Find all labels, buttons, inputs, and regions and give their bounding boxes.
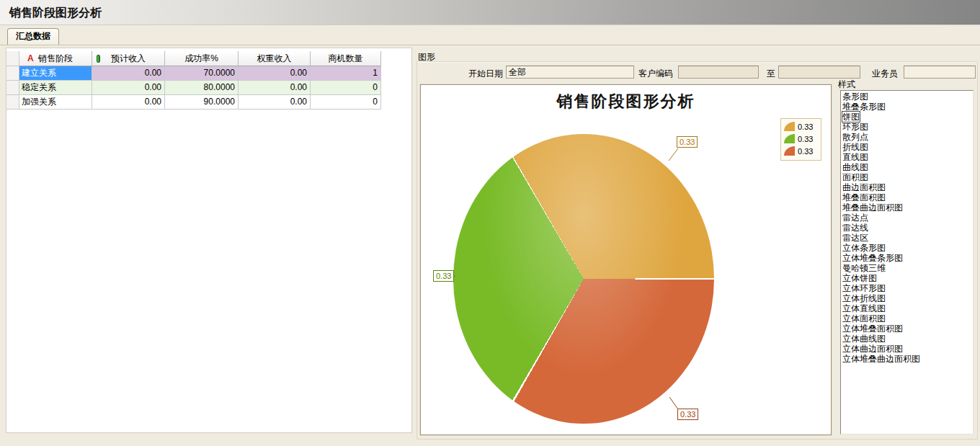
style-list-item[interactable]: 折线图 xyxy=(841,142,973,152)
start-date-input[interactable]: 全部 xyxy=(506,66,634,79)
style-list-item[interactable]: 立体堆叠面积图 xyxy=(841,324,973,334)
row-indicator[interactable] xyxy=(6,66,19,81)
pie xyxy=(453,134,714,424)
grid-cell-expected[interactable]: 0.00 xyxy=(92,81,165,95)
column-header-count[interactable]: 商机数量 xyxy=(311,51,381,66)
style-list-item[interactable]: 曲线图 xyxy=(841,162,973,172)
style-list-item[interactable]: 立体条形图 xyxy=(841,243,973,253)
style-list-item[interactable]: 饼图 xyxy=(841,112,973,122)
pie-slice-icon xyxy=(784,134,795,143)
grid-cell-count[interactable]: 1 xyxy=(311,66,381,81)
style-list-item[interactable]: 立体曲边面积图 xyxy=(841,344,973,354)
grid-cell-success[interactable]: 70.0000 xyxy=(165,66,239,81)
row-indicator[interactable] xyxy=(6,81,19,95)
page-title: 销售阶段图形分析 xyxy=(9,6,102,21)
style-list-item[interactable]: 散列点 xyxy=(841,132,973,142)
column-header-expected[interactable]: 预计收入 xyxy=(92,51,165,66)
style-list-item[interactable]: 环形图 xyxy=(841,122,973,132)
column-header-label: 预计收入 xyxy=(111,53,146,63)
column-header-success[interactable]: 成功率% xyxy=(165,51,239,66)
legend-item: 0.33 xyxy=(784,134,818,143)
style-list-item[interactable]: 堆叠条形图 xyxy=(841,102,973,112)
callout-top: 0.33 xyxy=(677,136,698,148)
customer-code-label: 客户编码 xyxy=(638,68,673,80)
style-list-item[interactable]: 雷达区 xyxy=(841,233,973,243)
tab-summary-data[interactable]: 汇总数据 xyxy=(7,28,59,45)
style-list-item[interactable]: 立体面积图 xyxy=(841,313,973,324)
window-title-bar: 销售阶段图形分析 xyxy=(0,0,980,25)
row-indicator-header xyxy=(6,51,19,66)
grid-cell-stage[interactable]: 建立关系 xyxy=(19,66,92,81)
grid-cell-success[interactable]: 80.0000 xyxy=(165,81,239,95)
style-list-item[interactable]: 条形图 xyxy=(841,92,973,102)
grid-cell-weighted[interactable]: 0.00 xyxy=(239,66,311,81)
callout-bottom: 0.33 xyxy=(677,409,698,420)
style-list-item[interactable]: 立体堆叠条形图 xyxy=(841,253,973,263)
grid-cell-expected[interactable]: 0.00 xyxy=(92,95,165,110)
customer-code-input[interactable] xyxy=(678,66,759,79)
salesman-input[interactable] xyxy=(904,66,976,79)
style-list-item[interactable]: 立体饼图 xyxy=(841,273,973,283)
column-header-label: 销售阶段 xyxy=(38,53,73,63)
callout-left: 0.33 xyxy=(433,270,454,282)
style-list-item[interactable]: 立体环形图 xyxy=(841,283,973,293)
style-list-item[interactable]: 立体堆叠曲边面积图 xyxy=(841,354,973,364)
grid-cell-stage[interactable]: 加强关系 xyxy=(19,95,92,110)
to-label: 至 xyxy=(767,68,775,80)
chart-legend: 0.330.330.33 xyxy=(780,118,821,161)
column-header-stage[interactable]: A 销售阶段 xyxy=(19,51,92,66)
sort-a-icon: A xyxy=(27,51,34,66)
summary-grid: A 销售阶段 预计收入 成功率% 权重收入 商机数量 建立关系 0.00 70.… xyxy=(6,51,381,110)
style-list-item[interactable]: 堆叠曲边面积图 xyxy=(841,202,973,213)
summary-grid-panel: A 销售阶段 预计收入 成功率% 权重收入 商机数量 建立关系 0.00 70.… xyxy=(6,48,412,433)
grid-cell-weighted[interactable]: 0.00 xyxy=(239,81,311,95)
tab-strip: 汇总数据 xyxy=(0,25,980,45)
column-header-label: 商机数量 xyxy=(329,53,363,63)
salesman-label: 业务员 xyxy=(872,68,898,80)
style-list: 条形图堆叠条形图饼图环形图散列点折线图直线图曲线图面积图曲边面积图堆叠面积图堆叠… xyxy=(840,90,974,434)
style-list-item[interactable]: 雷达线 xyxy=(841,223,973,233)
style-list-item[interactable]: 立体折线图 xyxy=(841,293,973,303)
style-list-item[interactable]: 立体直线图 xyxy=(841,303,973,313)
style-list-item[interactable]: 曲边面积图 xyxy=(841,182,973,192)
grid-cell-expected[interactable]: 0.00 xyxy=(92,66,165,81)
column-header-label: 权重收入 xyxy=(257,53,292,63)
chart-title: 销售阶段图形分析 xyxy=(421,91,831,112)
legend-item: 0.33 xyxy=(784,122,818,131)
style-list-item[interactable]: 面积图 xyxy=(841,172,973,182)
pie-slice-icon xyxy=(784,146,795,156)
customer-code-to-input[interactable] xyxy=(778,66,860,79)
start-date-label: 开始日期 xyxy=(447,68,503,80)
style-list-item[interactable]: 曼哈顿三维 xyxy=(841,263,973,273)
grid-cell-weighted[interactable]: 0.00 xyxy=(239,95,311,110)
grid-cell-count[interactable]: 0 xyxy=(311,95,381,110)
grid-cell-success[interactable]: 90.0000 xyxy=(165,95,239,110)
column-indicator-icon xyxy=(97,55,100,63)
style-list-item[interactable]: 堆叠面积图 xyxy=(841,192,973,202)
column-header-label: 成功率% xyxy=(184,53,218,63)
style-list-item[interactable]: 雷达点 xyxy=(841,213,973,223)
style-group-label: 样式 xyxy=(838,79,855,91)
grid-cell-stage[interactable]: 稳定关系 xyxy=(19,81,92,95)
grid-cell-count[interactable]: 0 xyxy=(311,81,381,95)
legend-item: 0.33 xyxy=(784,146,818,156)
column-header-weighted[interactable]: 权重收入 xyxy=(239,51,311,66)
pie-slice-icon xyxy=(784,122,795,131)
chart-area: 销售阶段图形分析 0.33 0.33 0.33 0.330.330.33 xyxy=(420,84,832,435)
style-list-item[interactable]: 直线图 xyxy=(841,152,973,162)
row-indicator[interactable] xyxy=(6,95,19,110)
style-list-item[interactable]: 立体曲线图 xyxy=(841,334,973,344)
